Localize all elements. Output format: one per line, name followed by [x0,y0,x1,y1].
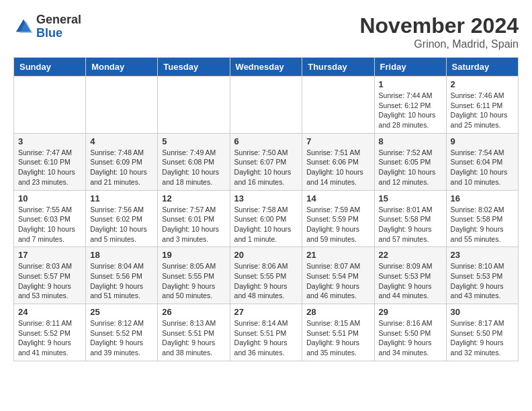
day-number: 22 [379,250,442,260]
day-number: 19 [162,250,225,260]
calendar-day-cell: 3Sunrise: 7:47 AM Sunset: 6:10 PM Daylig… [14,133,86,190]
calendar-header-sunday: Sunday [14,58,86,77]
day-info: Sunrise: 8:04 AM Sunset: 5:56 PM Dayligh… [90,261,153,301]
calendar-day-cell: 20Sunrise: 8:06 AM Sunset: 5:55 PM Dayli… [230,247,302,304]
calendar-day-cell: 23Sunrise: 8:10 AM Sunset: 5:53 PM Dayli… [446,247,518,304]
day-info: Sunrise: 8:17 AM Sunset: 5:50 PM Dayligh… [451,318,514,358]
day-number: 5 [162,136,225,146]
day-info: Sunrise: 7:50 AM Sunset: 6:07 PM Dayligh… [234,148,298,187]
title-block: November 2024 Grinon, Madrid, Spain [359,13,519,50]
day-info: Sunrise: 8:03 AM Sunset: 5:57 PM Dayligh… [18,261,81,301]
calendar-day-cell: 7Sunrise: 7:51 AM Sunset: 6:06 PM Daylig… [302,133,374,190]
day-number: 20 [234,250,298,260]
day-number: 6 [234,136,298,146]
calendar-day-cell [14,77,86,134]
logo-general: General [36,13,81,26]
day-number: 23 [451,250,514,260]
calendar-day-cell [158,77,230,134]
day-info: Sunrise: 8:05 AM Sunset: 5:55 PM Dayligh… [162,261,225,301]
calendar-header-tuesday: Tuesday [158,58,230,77]
calendar-day-cell [230,77,302,134]
calendar-day-cell: 8Sunrise: 7:52 AM Sunset: 6:05 PM Daylig… [374,133,446,190]
calendar-week-row: 10Sunrise: 7:55 AM Sunset: 6:03 PM Dayli… [14,190,519,247]
day-info: Sunrise: 8:15 AM Sunset: 5:51 PM Dayligh… [306,318,369,358]
day-info: Sunrise: 7:52 AM Sunset: 6:05 PM Dayligh… [379,148,442,187]
day-number: 1 [379,79,442,89]
day-info: Sunrise: 8:06 AM Sunset: 5:55 PM Dayligh… [234,261,298,301]
calendar-day-cell: 24Sunrise: 8:11 AM Sunset: 5:52 PM Dayli… [14,304,86,361]
day-info: Sunrise: 8:10 AM Sunset: 5:53 PM Dayligh… [451,261,514,301]
calendar-week-row: 17Sunrise: 8:03 AM Sunset: 5:57 PM Dayli… [14,247,519,304]
day-info: Sunrise: 8:01 AM Sunset: 5:58 PM Dayligh… [379,205,442,244]
calendar-day-cell: 1Sunrise: 7:44 AM Sunset: 6:12 PM Daylig… [374,77,446,134]
calendar-day-cell: 25Sunrise: 8:12 AM Sunset: 5:52 PM Dayli… [86,304,158,361]
day-number: 2 [451,79,514,89]
calendar-day-cell: 10Sunrise: 7:55 AM Sunset: 6:03 PM Dayli… [14,190,86,247]
calendar-day-cell: 28Sunrise: 8:15 AM Sunset: 5:51 PM Dayli… [302,304,374,361]
day-info: Sunrise: 7:58 AM Sunset: 6:00 PM Dayligh… [234,205,298,244]
calendar-day-cell: 22Sunrise: 8:09 AM Sunset: 5:53 PM Dayli… [374,247,446,304]
day-info: Sunrise: 8:02 AM Sunset: 5:58 PM Dayligh… [451,205,514,244]
page-header: General Blue November 2024 Grinon, Madri… [13,13,519,50]
calendar-table: SundayMondayTuesdayWednesdayThursdayFrid… [13,57,519,361]
day-number: 4 [90,136,153,146]
calendar-day-cell: 21Sunrise: 8:07 AM Sunset: 5:54 PM Dayli… [302,247,374,304]
day-info: Sunrise: 8:07 AM Sunset: 5:54 PM Dayligh… [306,261,369,301]
day-number: 24 [18,307,81,317]
calendar-day-cell [302,77,374,134]
day-info: Sunrise: 8:14 AM Sunset: 5:51 PM Dayligh… [234,318,298,358]
day-number: 13 [234,193,298,203]
day-info: Sunrise: 7:54 AM Sunset: 6:04 PM Dayligh… [451,148,514,187]
calendar-day-cell: 13Sunrise: 7:58 AM Sunset: 6:00 PM Dayli… [230,190,302,247]
calendar-day-cell: 17Sunrise: 8:03 AM Sunset: 5:57 PM Dayli… [14,247,86,304]
calendar-day-cell: 4Sunrise: 7:48 AM Sunset: 6:09 PM Daylig… [86,133,158,190]
logo-text: General Blue [36,13,81,40]
calendar-day-cell: 16Sunrise: 8:02 AM Sunset: 5:58 PM Dayli… [446,190,518,247]
calendar-day-cell: 5Sunrise: 7:49 AM Sunset: 6:08 PM Daylig… [158,133,230,190]
calendar-day-cell: 14Sunrise: 7:59 AM Sunset: 5:59 PM Dayli… [302,190,374,247]
day-info: Sunrise: 7:48 AM Sunset: 6:09 PM Dayligh… [90,148,153,187]
day-number: 7 [306,136,369,146]
calendar-day-cell: 29Sunrise: 8:16 AM Sunset: 5:50 PM Dayli… [374,304,446,361]
day-info: Sunrise: 8:09 AM Sunset: 5:53 PM Dayligh… [379,261,442,301]
day-info: Sunrise: 8:16 AM Sunset: 5:50 PM Dayligh… [379,318,442,358]
day-info: Sunrise: 7:47 AM Sunset: 6:10 PM Dayligh… [18,148,81,187]
calendar-day-cell: 18Sunrise: 8:04 AM Sunset: 5:56 PM Dayli… [86,247,158,304]
logo: General Blue [13,13,81,40]
day-number: 14 [306,193,369,203]
calendar-day-cell: 9Sunrise: 7:54 AM Sunset: 6:04 PM Daylig… [446,133,518,190]
calendar-week-row: 24Sunrise: 8:11 AM Sunset: 5:52 PM Dayli… [14,304,519,361]
day-info: Sunrise: 7:49 AM Sunset: 6:08 PM Dayligh… [162,148,225,187]
day-number: 15 [379,193,442,203]
day-info: Sunrise: 7:44 AM Sunset: 6:12 PM Dayligh… [379,91,442,130]
month-title: November 2024 [359,13,519,38]
day-number: 17 [18,250,81,260]
calendar-header-thursday: Thursday [302,58,374,77]
day-number: 18 [90,250,153,260]
day-info: Sunrise: 7:57 AM Sunset: 6:01 PM Dayligh… [162,205,225,244]
calendar-day-cell: 6Sunrise: 7:50 AM Sunset: 6:07 PM Daylig… [230,133,302,190]
day-number: 26 [162,307,225,317]
day-number: 30 [451,307,514,317]
day-number: 29 [379,307,442,317]
day-info: Sunrise: 7:59 AM Sunset: 5:59 PM Dayligh… [306,205,369,244]
day-info: Sunrise: 7:46 AM Sunset: 6:11 PM Dayligh… [451,91,514,130]
calendar-week-row: 3Sunrise: 7:47 AM Sunset: 6:10 PM Daylig… [14,133,519,190]
calendar-week-row: 1Sunrise: 7:44 AM Sunset: 6:12 PM Daylig… [14,77,519,134]
day-number: 21 [306,250,369,260]
calendar-day-cell: 11Sunrise: 7:56 AM Sunset: 6:02 PM Dayli… [86,190,158,247]
day-number: 25 [90,307,153,317]
calendar-day-cell: 2Sunrise: 7:46 AM Sunset: 6:11 PM Daylig… [446,77,518,134]
day-number: 3 [18,136,81,146]
logo-blue: Blue [36,26,62,40]
day-info: Sunrise: 7:55 AM Sunset: 6:03 PM Dayligh… [18,205,81,244]
day-info: Sunrise: 8:13 AM Sunset: 5:51 PM Dayligh… [162,318,225,358]
day-number: 28 [306,307,369,317]
day-number: 8 [379,136,442,146]
calendar-day-cell: 19Sunrise: 8:05 AM Sunset: 5:55 PM Dayli… [158,247,230,304]
calendar-day-cell: 27Sunrise: 8:14 AM Sunset: 5:51 PM Dayli… [230,304,302,361]
location: Grinon, Madrid, Spain [359,38,519,50]
day-number: 12 [162,193,225,203]
day-number: 27 [234,307,298,317]
calendar-header-row: SundayMondayTuesdayWednesdayThursdayFrid… [14,58,519,77]
